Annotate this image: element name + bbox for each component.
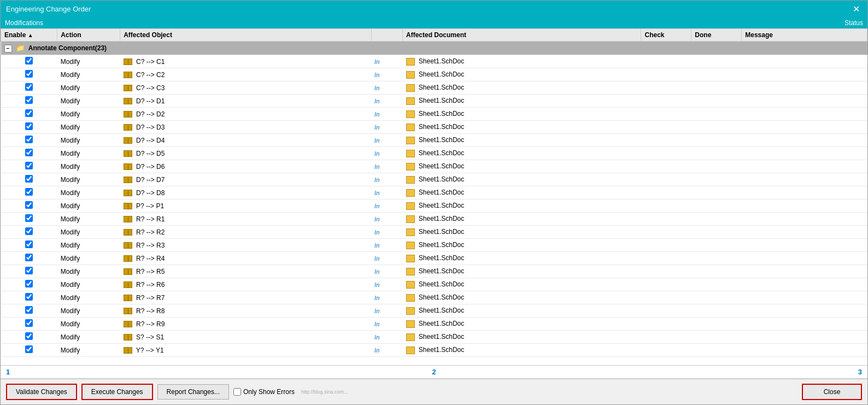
row-enable-checkbox[interactable] xyxy=(25,109,33,117)
modifications-table-container[interactable]: Enable ▲ Action Affected Object Affected… xyxy=(1,28,867,366)
only-show-errors-checkbox[interactable] xyxy=(233,388,241,396)
row-check-cell xyxy=(641,278,691,291)
component-icon xyxy=(124,58,132,65)
row-enable-cell[interactable] xyxy=(1,331,57,344)
row-enable-cell[interactable] xyxy=(1,278,57,291)
row-enable-cell[interactable] xyxy=(1,213,57,226)
collapse-button[interactable]: − xyxy=(4,45,12,52)
row-enable-checkbox[interactable] xyxy=(25,70,33,78)
row-enable-checkbox[interactable] xyxy=(25,188,33,196)
document-icon xyxy=(406,255,415,262)
row-enable-checkbox[interactable] xyxy=(25,96,33,104)
row-enable-cell[interactable] xyxy=(1,108,57,121)
row-enable-cell[interactable] xyxy=(1,304,57,318)
document-icon xyxy=(406,281,415,289)
row-doc-cell: Sheet1.SchDoc xyxy=(403,344,641,357)
table-row: Modify R? --> R2 In Sheet1.SchDoc xyxy=(1,226,867,239)
row-action-cell: Modify xyxy=(57,331,120,344)
row-object-cell: C? --> C3 xyxy=(120,81,371,95)
close-button[interactable]: Close xyxy=(802,384,862,400)
row-action-cell: Modify xyxy=(57,95,120,108)
group-label: Annotate Component(23) xyxy=(28,44,107,52)
row-enable-checkbox[interactable] xyxy=(25,57,33,64)
row-enable-checkbox[interactable] xyxy=(25,227,33,235)
row-enable-checkbox[interactable] xyxy=(25,175,33,183)
only-show-errors-label[interactable]: Only Show Errors xyxy=(233,388,295,396)
row-enable-cell[interactable] xyxy=(1,121,57,134)
row-action-cell: Modify xyxy=(57,239,120,252)
row-enable-checkbox[interactable] xyxy=(25,254,33,261)
page-2[interactable]: 2 xyxy=(10,368,858,376)
row-enable-cell[interactable] xyxy=(1,95,57,108)
row-enable-cell[interactable] xyxy=(1,226,57,239)
row-object-cell: C? --> C2 xyxy=(120,68,371,81)
row-enable-cell[interactable] xyxy=(1,252,57,265)
component-icon xyxy=(124,281,132,288)
execute-changes-button[interactable]: Execute Changes xyxy=(81,384,153,400)
row-enable-cell[interactable] xyxy=(1,265,57,278)
row-doc-cell: Sheet1.SchDoc xyxy=(403,226,641,239)
row-action-cell: Modify xyxy=(57,121,120,134)
modifications-label: Modifications xyxy=(5,19,43,27)
row-enable-cell[interactable] xyxy=(1,344,57,357)
row-enable-cell[interactable] xyxy=(1,68,57,81)
row-enable-checkbox[interactable] xyxy=(25,293,33,301)
row-enable-cell[interactable] xyxy=(1,55,57,68)
row-enable-cell[interactable] xyxy=(1,134,57,147)
row-object-cell: D? --> D4 xyxy=(120,134,371,147)
row-enable-checkbox[interactable] xyxy=(25,162,33,169)
row-enable-checkbox[interactable] xyxy=(25,306,33,314)
row-object-cell: R? --> R1 xyxy=(120,213,371,226)
row-enable-checkbox[interactable] xyxy=(25,136,33,143)
document-icon xyxy=(406,202,415,210)
table-row: Modify D? --> D6 In Sheet1.SchDoc xyxy=(1,160,867,173)
footer: Validate Changes Execute Changes Report … xyxy=(1,379,867,404)
row-check-cell xyxy=(641,199,691,213)
row-done-cell xyxy=(691,108,742,121)
page-1[interactable]: 1 xyxy=(6,368,10,376)
window-close-button[interactable]: ✕ xyxy=(851,4,862,14)
row-enable-checkbox[interactable] xyxy=(25,122,33,130)
row-done-cell xyxy=(691,134,742,147)
window-title: Engineering Change Order xyxy=(6,5,91,13)
direction-badge: In xyxy=(374,124,379,131)
page-3[interactable]: 3 xyxy=(858,368,862,376)
row-enable-cell[interactable] xyxy=(1,160,57,173)
row-enable-cell[interactable] xyxy=(1,318,57,331)
row-direction-cell: In xyxy=(371,81,402,95)
direction-badge: In xyxy=(374,295,379,301)
validate-changes-button[interactable]: Validate Changes xyxy=(6,384,77,400)
row-message-cell xyxy=(742,304,867,318)
row-direction-cell: In xyxy=(371,186,402,199)
row-enable-cell[interactable] xyxy=(1,173,57,186)
col-dir xyxy=(371,29,402,42)
row-done-cell xyxy=(691,239,742,252)
row-enable-cell[interactable] xyxy=(1,291,57,304)
row-doc-cell: Sheet1.SchDoc xyxy=(403,160,641,173)
row-enable-checkbox[interactable] xyxy=(25,240,33,248)
row-doc-cell: Sheet1.SchDoc xyxy=(403,147,641,160)
row-message-cell xyxy=(742,95,867,108)
row-object-cell: R? --> R9 xyxy=(120,318,371,331)
row-enable-cell[interactable] xyxy=(1,81,57,95)
row-enable-checkbox[interactable] xyxy=(25,280,33,287)
row-enable-checkbox[interactable] xyxy=(25,149,33,156)
row-enable-checkbox[interactable] xyxy=(25,201,33,209)
row-enable-cell[interactable] xyxy=(1,147,57,160)
status-label: Status xyxy=(844,19,863,27)
row-enable-checkbox[interactable] xyxy=(25,83,33,91)
row-enable-cell[interactable] xyxy=(1,239,57,252)
row-enable-checkbox[interactable] xyxy=(25,319,33,327)
row-enable-checkbox[interactable] xyxy=(25,332,33,340)
row-enable-checkbox[interactable] xyxy=(25,214,33,222)
row-enable-checkbox[interactable] xyxy=(25,267,33,274)
row-object-cell: R? --> R7 xyxy=(120,291,371,304)
row-enable-checkbox[interactable] xyxy=(25,345,33,353)
row-doc-cell: Sheet1.SchDoc xyxy=(403,278,641,291)
report-changes-button[interactable]: Report Changes... xyxy=(157,384,229,400)
row-object-cell: D? --> D3 xyxy=(120,121,371,134)
row-enable-cell[interactable] xyxy=(1,186,57,199)
row-enable-cell[interactable] xyxy=(1,199,57,213)
row-message-cell xyxy=(742,291,867,304)
table-row: Modify D? --> D4 In Sheet1.SchDoc xyxy=(1,134,867,147)
